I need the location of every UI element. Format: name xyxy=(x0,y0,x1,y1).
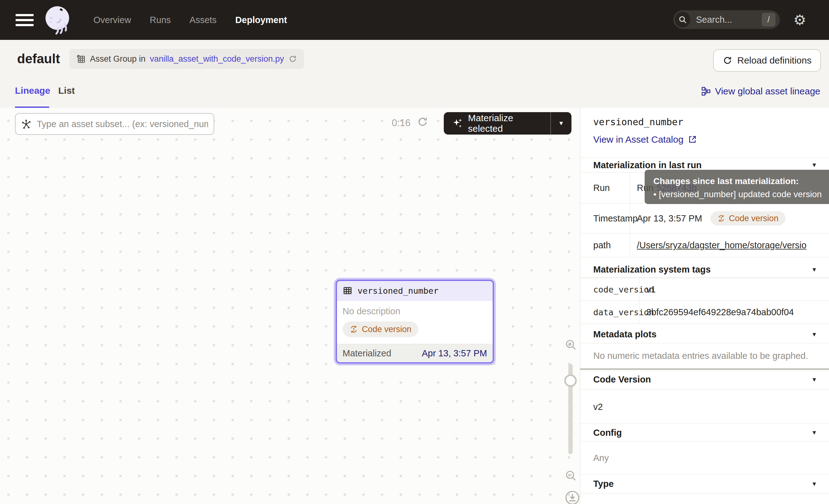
materialize-sparkle-icon xyxy=(452,118,463,129)
row-path-label: path xyxy=(580,233,630,257)
panel-header: versioned_number View in Asset Catalog xyxy=(580,108,829,157)
asset-group-file-link[interactable]: vanilla_asset_with_code_version.py xyxy=(150,54,284,64)
external-link-icon xyxy=(688,135,697,144)
tab-list[interactable]: List xyxy=(58,85,75,96)
tooltip-item: • [versioned_number] updated code versio… xyxy=(653,189,829,200)
dagster-app: Overview Runs Assets Deployment / ⚙ defa… xyxy=(0,0,829,504)
refresh-timer: 0:16 xyxy=(392,117,410,129)
code-version-badge: Code version xyxy=(710,211,785,225)
collapse-caret-icon[interactable]: ▼ xyxy=(811,481,817,488)
row-timestamp-label: Timestamp xyxy=(580,204,630,233)
row-data-version-tag: data_version 3bfc269594ef649228e9a74bab0… xyxy=(580,300,829,324)
nav-item-assets[interactable]: Assets xyxy=(190,15,217,25)
panel-asset-title: versioned_number xyxy=(593,116,829,128)
tag-label: code_version xyxy=(580,278,639,300)
code-version-icon xyxy=(350,325,358,334)
tab-lineage[interactable]: Lineage xyxy=(15,85,50,96)
view-in-asset-catalog-link[interactable]: View in Asset Catalog xyxy=(593,134,829,145)
section-label: Config xyxy=(593,428,622,438)
row-run-label: Run xyxy=(580,173,630,203)
tag-value: 3bfc269594ef649228e9a74bab00f04 xyxy=(639,301,829,324)
asset-group-icon xyxy=(76,54,86,64)
asset-subset-filter[interactable] xyxy=(15,113,214,135)
page-header: default Asset Group in vanilla_asset_wit… xyxy=(0,40,829,78)
reload-definitions-button[interactable]: Reload definitions xyxy=(713,49,821,72)
collapse-caret-icon[interactable]: ▼ xyxy=(811,162,817,169)
metadata-plots-empty-text: No numeric metadata entries available to… xyxy=(580,343,829,368)
asset-node-versioned-number[interactable]: versioned_number No description Code ver… xyxy=(336,280,494,363)
lineage-canvas[interactable]: 0:16 Materialize selected ▼ xyxy=(0,108,580,504)
section-label: Type xyxy=(593,479,614,489)
row-timestamp: Timestamp Apr 13, 3:57 PM Code version xyxy=(580,203,829,233)
asset-subset-icon xyxy=(21,118,32,130)
tooltip-title: Changes since last materialization: xyxy=(653,176,829,187)
code-version-badge: Code version xyxy=(343,321,418,337)
asset-group-pill: Asset Group in vanilla_asset_with_code_v… xyxy=(69,49,304,69)
path-link[interactable]: /Users/sryza/dagster_home/storage/versio xyxy=(637,240,806,250)
section-config[interactable]: Config ▼ xyxy=(580,424,829,442)
section-label: Materialization system tags xyxy=(593,264,711,275)
collapse-caret-icon[interactable]: ▼ xyxy=(811,429,817,436)
code-version-badge-label: Code version xyxy=(729,214,779,223)
tag-value: v1 xyxy=(639,278,829,300)
asset-node-footer: Materialized Apr 13, 3:57 PM xyxy=(337,344,493,362)
collapse-caret-icon[interactable]: ▼ xyxy=(811,376,817,383)
materialized-label: Materialized xyxy=(343,348,391,359)
asset-node-title: versioned_number xyxy=(358,286,438,296)
zoom-out-icon[interactable] xyxy=(564,469,577,482)
reload-definitions-label: Reload definitions xyxy=(737,55,812,66)
row-path: path /Users/sryza/dagster_home/storage/v… xyxy=(580,233,829,257)
nav-item-runs[interactable]: Runs xyxy=(150,15,171,25)
asset-node-header: versioned_number xyxy=(337,281,493,300)
view-in-asset-catalog-label: View in Asset Catalog xyxy=(593,134,684,145)
materialize-selected-main[interactable]: Materialize selected xyxy=(444,112,550,135)
top-nav: Overview Runs Assets Deployment / ⚙ xyxy=(0,0,829,40)
view-global-asset-lineage-label: View global asset lineage xyxy=(715,86,820,97)
asset-group-label: Asset Group in xyxy=(90,54,146,64)
zoom-slider-handle[interactable] xyxy=(564,374,577,387)
gear-icon[interactable]: ⚙ xyxy=(791,11,808,29)
page-title: default xyxy=(17,51,60,66)
search-icon xyxy=(675,12,690,27)
tag-label: data_version xyxy=(580,301,639,324)
search-bar[interactable]: / xyxy=(673,10,780,29)
materialize-selected-label: Materialize selected xyxy=(468,113,550,134)
view-global-asset-lineage-link[interactable]: View global asset lineage xyxy=(701,86,820,97)
dagster-logo-icon[interactable] xyxy=(43,4,72,36)
materialized-timestamp-link[interactable]: Apr 13, 3:57 PM xyxy=(422,348,487,359)
collapse-caret-icon[interactable]: ▼ xyxy=(811,266,817,273)
menu-icon[interactable] xyxy=(15,12,35,27)
lineage-graph-icon xyxy=(701,86,711,96)
asset-subset-input[interactable] xyxy=(36,119,209,130)
materialize-dropdown-button[interactable]: ▼ xyxy=(551,112,572,135)
asset-node-description: No description xyxy=(343,306,487,317)
asset-node-body: No description Code version xyxy=(337,300,493,344)
section-label: Materialization in last run xyxy=(593,160,701,170)
collapse-caret-icon[interactable]: ▼ xyxy=(811,331,817,338)
search-input[interactable] xyxy=(695,14,750,25)
row-timestamp-value: Apr 13, 3:57 PM Code version xyxy=(630,204,829,233)
search-shortcut-key: / xyxy=(762,13,776,27)
refresh-icon[interactable] xyxy=(288,55,297,63)
section-type[interactable]: Type ▼ xyxy=(580,474,829,494)
materialize-selected-button[interactable]: Materialize selected ▼ xyxy=(444,112,572,135)
config-value: Any xyxy=(580,442,829,474)
zoom-in-icon[interactable] xyxy=(564,338,577,351)
section-label: Metadata plots xyxy=(593,329,656,339)
section-metadata-plots[interactable]: Metadata plots ▼ xyxy=(580,326,829,343)
nav-item-overview[interactable]: Overview xyxy=(94,15,131,25)
nav-links: Overview Runs Assets Deployment xyxy=(94,15,287,25)
download-image-icon[interactable] xyxy=(564,490,580,504)
reload-icon xyxy=(722,56,732,65)
section-materialization-system-tags[interactable]: Materialization system tags ▼ xyxy=(580,262,829,278)
code-version-icon xyxy=(717,214,725,222)
section-code-version[interactable]: Code Version ▼ xyxy=(580,370,829,389)
table-icon xyxy=(343,286,353,296)
asset-sidebar: versioned_number View in Asset Catalog M… xyxy=(580,108,829,504)
timestamp-value: Apr 13, 3:57 PM xyxy=(637,213,702,224)
nav-item-deployment[interactable]: Deployment xyxy=(236,15,287,25)
changes-tooltip: Changes since last materialization: • [v… xyxy=(645,170,829,204)
section-label: Code Version xyxy=(593,374,651,385)
refresh-canvas-icon[interactable] xyxy=(417,116,429,128)
code-version-badge-label: Code version xyxy=(362,325,411,334)
